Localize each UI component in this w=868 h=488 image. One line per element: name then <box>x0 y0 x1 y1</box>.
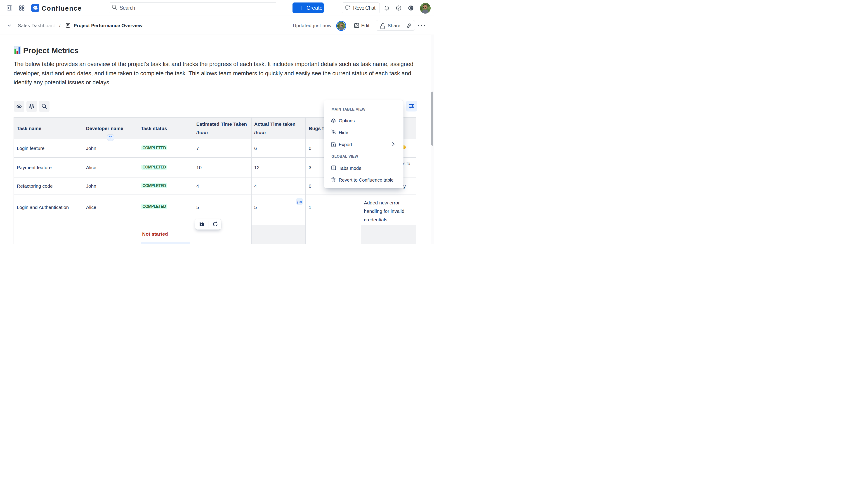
svg-text:(x): (x) <box>299 200 302 203</box>
